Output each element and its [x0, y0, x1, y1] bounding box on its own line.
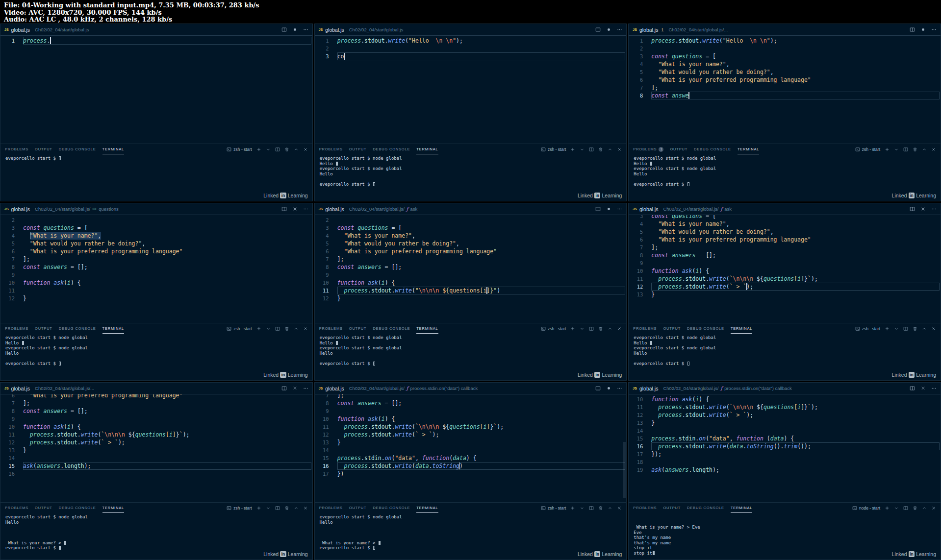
code-text[interactable]: "What is your name?", [337, 232, 626, 240]
code-text[interactable] [651, 259, 940, 267]
code-text[interactable] [23, 216, 311, 224]
code-editor[interactable]: 1process.stdout.write("Hello \n \n");23c… [315, 36, 627, 144]
code-text[interactable] [337, 45, 626, 52]
code-editor[interactable]: 23const questions = [4 "What is your nam… [315, 215, 627, 323]
code-text[interactable] [651, 458, 940, 466]
code-text[interactable] [337, 216, 626, 224]
split-editor-icon[interactable] [281, 206, 287, 212]
code-text[interactable]: const answers = []; [651, 251, 940, 259]
chevron-down-icon[interactable] [266, 326, 271, 331]
code-editor[interactable]: 23const questions = [4 "What is your nam… [0, 215, 312, 323]
split-terminal-icon[interactable] [589, 147, 594, 152]
new-terminal-icon[interactable] [570, 326, 575, 331]
code-text[interactable] [23, 470, 311, 478]
chevron-down-icon[interactable] [894, 326, 899, 331]
panel-tab-output[interactable]: OUTPUT [663, 503, 681, 513]
new-terminal-icon[interactable] [256, 326, 261, 331]
breadcrumb[interactable]: Ch02/02_04/start/global.js/... [35, 386, 277, 391]
code-text[interactable]: } [651, 291, 940, 298]
more-actions-icon[interactable] [617, 27, 622, 32]
code-editor[interactable]: 7];8const answers = [];910function ask(i… [315, 394, 627, 502]
chevron-down-icon[interactable] [580, 326, 585, 331]
panel-tab-debug-console[interactable]: DEBUG CONSOLE [373, 503, 410, 513]
panel-tab-debug-console[interactable]: DEBUG CONSOLE [687, 503, 724, 513]
code-text[interactable] [23, 287, 311, 294]
panel-tab-debug-console[interactable]: DEBUG CONSOLE [59, 323, 96, 334]
panel-tab-output[interactable]: OUTPUT [35, 323, 52, 334]
breadcrumb-symbol-label[interactable]: process.stdin.on("data") callback [724, 386, 792, 391]
terminal-shell-selector[interactable]: zsh - start [541, 506, 566, 511]
panel-tab-debug-console[interactable]: DEBUG CONSOLE [59, 503, 96, 513]
split-editor-icon[interactable] [910, 206, 915, 212]
chevron-down-icon[interactable] [894, 506, 899, 511]
panel-tab-problems[interactable]: PROBLEMS1 [633, 144, 663, 154]
terminal-shell-selector[interactable]: zsh - start [541, 326, 566, 331]
code-editor[interactable]: 10function ask(i) {11 process.stdout.wri… [629, 394, 941, 502]
panel-tab-output[interactable]: OUTPUT [349, 503, 367, 513]
code-text[interactable]: ]; [23, 255, 311, 263]
panel-tab-problems[interactable]: PROBLEMS [633, 503, 657, 513]
editor-scrollbar[interactable] [623, 442, 626, 498]
maximize-panel-icon[interactable] [922, 147, 927, 152]
editor-tab[interactable]: JSglobal.js [319, 206, 344, 212]
code-text[interactable]: }); [651, 450, 940, 458]
terminal[interactable]: eveporcello start $ node globalHello eve… [0, 334, 312, 380]
code-text[interactable]: const answers = []; [337, 263, 626, 271]
code-text[interactable]: "What is your preferred programming lang… [23, 247, 311, 255]
code-text[interactable]: function ask(i) { [23, 423, 311, 431]
panel-tab-terminal[interactable]: TERMINAL [416, 144, 438, 154]
split-editor-icon[interactable] [910, 386, 915, 391]
code-text[interactable]: process.stdout.write(data.toString) [337, 462, 626, 470]
panel-tab-debug-console[interactable]: DEBUG CONSOLE [59, 144, 96, 154]
new-terminal-icon[interactable] [885, 326, 890, 331]
close-panel-icon[interactable] [931, 506, 936, 511]
panel-tab-terminal[interactable]: TERMINAL [416, 503, 438, 513]
panel-tab-output[interactable]: OUTPUT [349, 323, 367, 334]
split-editor-icon[interactable] [281, 386, 287, 391]
dirty-dot-icon[interactable] [292, 27, 298, 32]
code-text[interactable]: "What is your name?", [23, 232, 311, 240]
breadcrumb[interactable]: Ch02/02_04/start/global.js/ƒprocess.stdi… [349, 386, 591, 391]
terminal-shell-selector[interactable]: zsh - start [541, 147, 566, 152]
close-icon[interactable] [292, 206, 298, 212]
trash-icon[interactable] [913, 326, 917, 331]
breadcrumb-path[interactable]: Ch02/02_04/start/global.js/... [35, 386, 94, 391]
code-text[interactable]: } [337, 294, 626, 302]
maximize-panel-icon[interactable] [294, 506, 299, 511]
split-terminal-icon[interactable] [903, 506, 908, 511]
code-text[interactable]: process.stdout.write("\n\n\n ${questions… [337, 287, 626, 294]
close-panel-icon[interactable] [617, 326, 622, 331]
trash-icon[interactable] [598, 326, 603, 331]
breadcrumb-path[interactable]: Ch02/02_04/start/global.js/ [349, 386, 405, 391]
chevron-down-icon[interactable] [580, 506, 585, 511]
chevron-down-icon[interactable] [266, 147, 271, 152]
breadcrumb-symbol-label[interactable]: process.stdin.on("data") callback [410, 386, 478, 391]
code-text[interactable]: function ask(i) { [337, 279, 626, 287]
code-text[interactable]: "What is your name?", [651, 60, 940, 68]
new-terminal-icon[interactable] [570, 506, 575, 511]
more-actions-icon[interactable] [303, 206, 308, 212]
breadcrumb-path[interactable]: Ch02/02_04/start/global.js/ [663, 386, 718, 391]
editor-tab[interactable]: JSglobal.js [4, 206, 30, 212]
more-actions-icon[interactable] [931, 27, 937, 32]
new-terminal-icon[interactable] [256, 147, 261, 152]
close-panel-icon[interactable] [303, 326, 308, 331]
split-terminal-icon[interactable] [275, 506, 280, 511]
terminal[interactable]: eveporcello start $ node globalHello Wha… [0, 513, 312, 560]
panel-tab-output[interactable]: OUTPUT [670, 144, 687, 154]
more-actions-icon[interactable] [303, 386, 308, 391]
more-actions-icon[interactable] [931, 386, 937, 391]
code-text[interactable]: process.stdout.write(` > `); [651, 411, 940, 419]
panel-tab-problems[interactable]: PROBLEMS [5, 323, 28, 334]
code-text[interactable]: process.stdin.on("data", function(data) … [337, 454, 626, 462]
code-text[interactable]: const questions = [ [651, 52, 940, 60]
split-editor-icon[interactable] [595, 206, 601, 212]
code-editor[interactable]: 1process.stdout.write("Hello \n \n");23c… [629, 36, 941, 144]
code-text[interactable]: function ask(i) { [337, 415, 626, 423]
panel-tab-debug-console[interactable]: DEBUG CONSOLE [373, 323, 410, 334]
code-editor[interactable]: 3const questions = [4 "What is your name… [629, 215, 941, 323]
trash-icon[interactable] [913, 147, 917, 152]
code-text[interactable]: }) [337, 470, 626, 478]
code-text[interactable]: "What would you rather be doing?", [337, 240, 626, 247]
panel-tab-terminal[interactable]: TERMINAL [731, 323, 752, 334]
